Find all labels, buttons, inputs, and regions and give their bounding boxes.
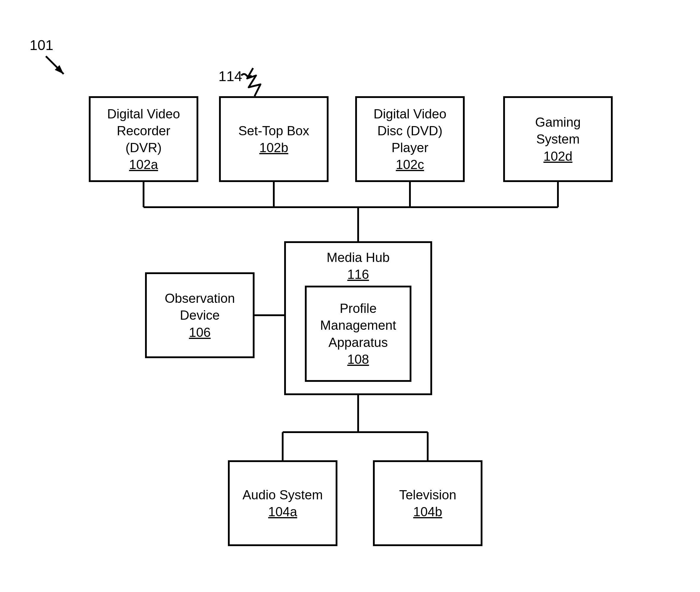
block-hub-ref: 116 [347, 266, 369, 283]
block-pma-line3: Apparatus [329, 334, 388, 351]
svg-line-0 [46, 56, 64, 74]
block-stb-ref: 102b [259, 139, 288, 156]
block-dvr-line3: (DVR) [126, 139, 162, 156]
block-pma-line1: Profile [340, 300, 377, 317]
block-obs-ref: 106 [189, 324, 210, 341]
block-dvr: Digital Video Recorder (DVR) 102a [89, 96, 198, 182]
block-dvd: Digital Video Disc (DVD) Player 102c [355, 96, 465, 182]
block-tv-line1: Television [399, 486, 456, 503]
block-game-ref: 102d [543, 148, 572, 164]
block-dvd-line1: Digital Video [373, 105, 446, 122]
block-audio-line1: Audio System [242, 486, 322, 503]
block-dvd-line3: Player [392, 139, 429, 156]
block-profile-management: Profile Management Apparatus 108 [305, 286, 411, 382]
block-audio: Audio System 104a [228, 460, 338, 546]
block-game: Gaming System 102d [503, 96, 613, 182]
block-obs-line2: Device [180, 307, 220, 324]
block-game-line1: Gaming [535, 114, 581, 131]
block-stb-line1: Set-Top Box [238, 122, 309, 139]
block-dvr-ref: 102a [129, 156, 158, 173]
block-dvd-line2: Disc (DVD) [378, 122, 443, 139]
block-dvd-ref: 102c [396, 156, 424, 173]
block-stb: Set-Top Box 102b [219, 96, 329, 182]
block-obs-line1: Observation [164, 290, 235, 307]
figure-ref-label: 101 [30, 37, 53, 53]
block-dvr-line2: Recorder [117, 122, 170, 139]
block-pma-ref: 108 [347, 351, 369, 367]
block-dvr-line1: Digital Video [107, 105, 180, 122]
block-audio-ref: 104a [268, 503, 297, 520]
antenna-ref-label: 114 [218, 68, 242, 84]
svg-marker-1 [55, 65, 64, 74]
block-tv-ref: 104b [413, 503, 442, 520]
block-tv: Television 104b [373, 460, 483, 546]
diagram-canvas: 101 114 Digital Video Recorder (DVR) 102… [0, 0, 700, 592]
block-hub-line1: Media Hub [327, 249, 390, 266]
block-pma-line2: Management [320, 317, 396, 334]
block-game-line2: System [536, 131, 580, 147]
block-observation: Observation Device 106 [145, 272, 255, 358]
